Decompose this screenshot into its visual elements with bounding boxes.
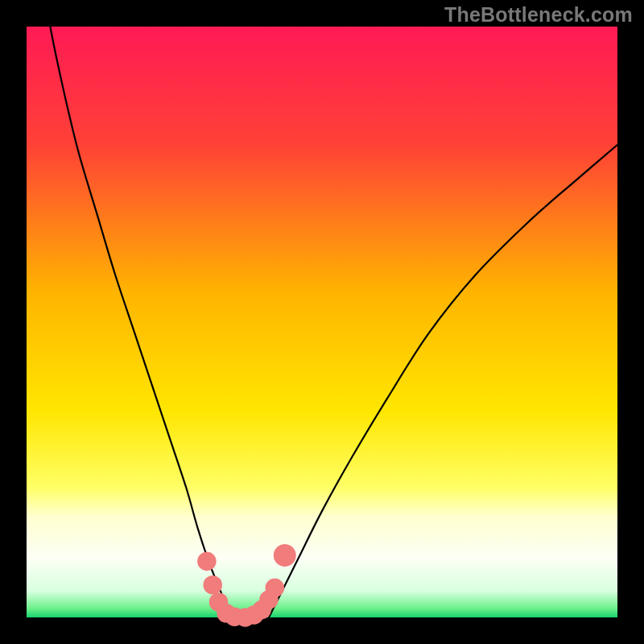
- bottleneck-chart: [0, 0, 644, 644]
- plot-background: [27, 27, 617, 617]
- marker-dot: [274, 544, 296, 567]
- marker-dot: [197, 552, 216, 571]
- watermark-text: TheBottleneck.com: [444, 3, 633, 27]
- chart-frame: TheBottleneck.com: [0, 0, 644, 644]
- marker-dot: [266, 579, 284, 597]
- marker-dot: [203, 576, 221, 594]
